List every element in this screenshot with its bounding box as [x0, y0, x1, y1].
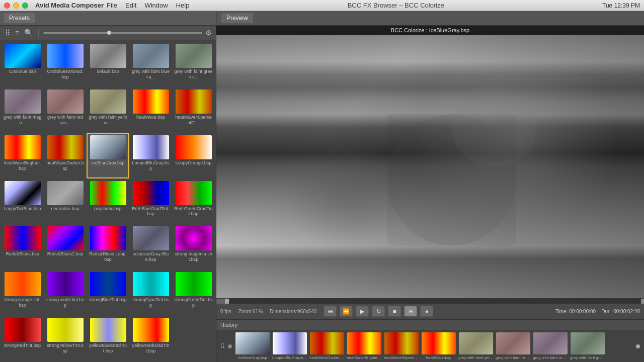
preset-label: yellowRedGradTint.bsp [131, 343, 170, 354]
preset-label: strongRedTint.bsp [4, 343, 41, 348]
thumbnail-size-slider[interactable] [43, 32, 202, 34]
preset-label: grey with faint mag o... [3, 115, 42, 126]
history-item[interactable]: LoopedBluGray.bsp [272, 332, 307, 360]
menu-file[interactable]: File [107, 2, 117, 9]
preset-thumbnail [47, 318, 84, 342]
svg-rect-3 [387, 114, 516, 246]
preset-thumbnail [47, 181, 84, 205]
history-thumbnail [533, 332, 568, 354]
preset-item[interactable]: strong orange tint.bsp [1, 269, 44, 315]
menu-window[interactable]: Window [144, 2, 168, 9]
preset-label: strong violet tint.bsp [46, 297, 85, 308]
preset-thumbnail [5, 44, 41, 68]
preset-label: grey with faint blue ca... [131, 69, 170, 80]
history-item[interactable]: grey with faint yellow ... [458, 332, 494, 360]
preset-item[interactable]: CoolBlue.bsp [1, 41, 44, 87]
preset-item[interactable]: grey with faint yellow ... [87, 87, 129, 133]
fps-display: 0 fps [220, 309, 231, 314]
preset-item[interactable]: IceBlueGray.bsp [87, 133, 129, 178]
step-back-button[interactable]: ⏪ [340, 306, 353, 317]
preset-thumbnail [90, 44, 126, 68]
preset-label: LoopedBluGray.bsp [131, 160, 170, 171]
skip-to-start-button[interactable]: ⏮ [324, 306, 337, 317]
history-label: heatWave40percentDr... [384, 355, 419, 360]
preset-item[interactable]: strongCyanTint.bsp [129, 269, 172, 315]
titlebar-left: Avid Media Composer File Edit Window Hel… [4, 2, 189, 9]
preset-item[interactable]: neutralize.bsp [44, 178, 87, 224]
preset-item[interactable]: default.bsp [87, 41, 129, 87]
preset-item[interactable]: heatWaveDarker.bsp [44, 133, 87, 178]
preset-item[interactable]: heatWave.bsp [129, 87, 172, 133]
menu-help[interactable]: Help [176, 2, 190, 9]
settings-button[interactable]: ● [420, 306, 433, 317]
preset-item[interactable]: strongYellowTint.bsp [44, 315, 87, 361]
minimize-button[interactable] [13, 3, 19, 9]
preset-item[interactable]: heatWave40percentDr... [172, 87, 215, 133]
preview-art [216, 35, 644, 298]
preset-thumbnail [176, 181, 212, 205]
titlebar: Avid Media Composer File Edit Window Hel… [0, 0, 644, 11]
preset-item[interactable]: Red-BlueGradTint.bsp [129, 178, 172, 224]
list-view-icon[interactable]: ≡ [14, 28, 20, 38]
preset-item[interactable]: strongBlueTint.bsp [87, 269, 129, 315]
preset-thumbnail [5, 181, 41, 205]
preset-thumbnail [176, 272, 212, 296]
preset-label: IceBlueGray.bsp [92, 160, 125, 166]
preset-item[interactable]: solarizedGray-Blue.bsp [129, 224, 172, 269]
timeline-end[interactable] [641, 299, 644, 304]
preset-item[interactable]: strongRedTint.bsp [1, 315, 44, 361]
preset-item[interactable]: heatWaveBrighter.bsp [1, 133, 44, 178]
timeline-bar[interactable] [216, 299, 644, 304]
preview-area[interactable] [216, 35, 644, 298]
history-item[interactable]: IceBlueGray.bsp [235, 332, 270, 360]
timeline-playhead[interactable] [225, 299, 229, 304]
timeline-progress [216, 299, 225, 304]
preset-item[interactable]: Reds&Blues.bsp [1, 224, 44, 269]
preset-label: neutralize.bsp [51, 206, 79, 212]
history-item[interactable]: heatWaveBrighter.bsp [347, 332, 382, 360]
preset-item[interactable]: CoolBluesWGrad.bsp [44, 41, 87, 87]
play-loop-button[interactable]: ↻ [372, 306, 385, 317]
preset-item[interactable]: grey with faint blue ca... [129, 41, 172, 87]
left-panel: Presets ⠿ ≡ 🔍 ⚙ CoolBlue.bspCoolBluesWGr… [0, 11, 216, 362]
stop-button[interactable]: ■ [388, 306, 401, 317]
preset-label: solarizedGray-Blue.bsp [131, 251, 170, 262]
preset-label: strong orange tint.bsp [3, 297, 42, 308]
preset-item[interactable]: strong violet tint.bsp [44, 269, 87, 315]
preset-item[interactable]: Reds&Blues2.bsp [44, 224, 87, 269]
preset-item[interactable]: strong magenta tint.bsp [172, 224, 215, 269]
settings-icon[interactable]: ⚙ [205, 29, 212, 37]
play-button[interactable]: ▶ [356, 306, 369, 317]
history-item[interactable]: heatWave40percentDr... [384, 332, 419, 360]
menu-edit[interactable]: Edit [125, 2, 136, 9]
history-item[interactable]: heatWaveDarker.bsp [309, 332, 345, 360]
preset-item[interactable]: grey with faint mag o... [1, 87, 44, 133]
transport-controls: 0 fps Zoom:61% Dimensions:960x540 ⏮ ⏪ ▶ … [216, 304, 644, 319]
preset-item[interactable]: psychotic.bsp [87, 178, 129, 224]
preset-item[interactable]: grey with faint red cas... [44, 87, 87, 133]
history-item[interactable]: heatWave.bsp [421, 332, 456, 360]
history-thumbnail [571, 332, 605, 354]
preset-item[interactable]: Reds&Blues Loop.bsp [87, 224, 129, 269]
history-item[interactable]: grey with faint red cas... [496, 332, 531, 360]
preview-tab[interactable]: Preview [221, 13, 253, 23]
preset-item[interactable]: yellowRedGradTint.bsp [129, 315, 172, 361]
preset-thumbnail [47, 272, 84, 296]
history-label: grey with faint red cas... [496, 355, 531, 360]
preset-item[interactable]: strongGreenTint.bsp [172, 269, 215, 315]
preset-item[interactable]: Red-GreenGradTint.bsp [172, 178, 215, 224]
tab-presets[interactable]: Presets [4, 13, 35, 23]
preset-thumbnail [5, 89, 41, 114]
preset-item[interactable]: LoopyOrange.bsp [172, 133, 215, 178]
preset-item[interactable]: yellowBlueGradTint.bsp [87, 315, 129, 361]
preset-item[interactable]: grey with faint green c... [172, 41, 215, 87]
search-icon[interactable]: 🔍 [23, 28, 34, 38]
preset-item[interactable]: LoopyTintBlue.bsp [1, 178, 44, 224]
history-item[interactable]: grey with faint mag ca... [533, 332, 568, 360]
maximize-button[interactable] [22, 3, 28, 9]
frame-view-button[interactable]: ⊞ [404, 306, 417, 317]
close-button[interactable] [4, 3, 10, 9]
preset-item[interactable]: LoopedBluGray.bsp [129, 133, 172, 178]
preset-thumbnail [133, 272, 169, 296]
history-item[interactable]: grey with faint green c... [570, 332, 605, 360]
